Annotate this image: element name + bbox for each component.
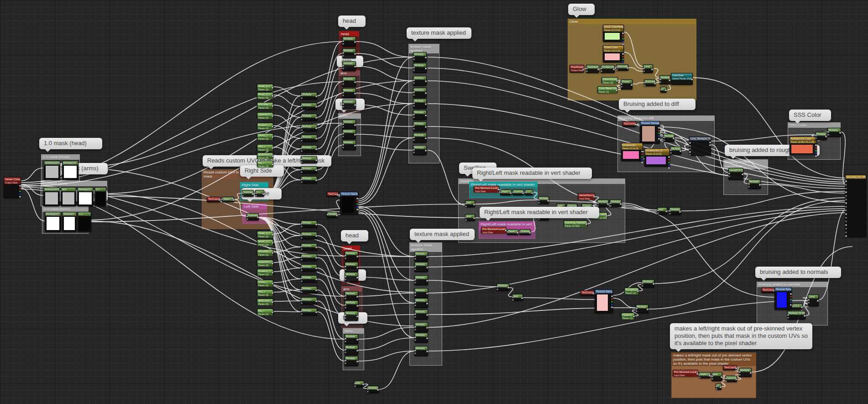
left-pin[interactable] [301,181,303,183]
left-pin[interactable] [642,285,643,287]
node-multiply[interactable]: Multiply [342,77,356,87]
left-pin[interactable] [342,123,344,125]
right-pin[interactable] [611,304,613,305]
left-pin[interactable] [342,147,344,148]
node-subtract[interactable]: Subtract [512,189,524,195]
right-pin[interactable] [613,68,615,70]
node-divide-100[interactable]: Divide(100) [601,65,615,73]
node-multiply[interactable]: Multiply [414,298,428,308]
left-pin[interactable] [301,150,303,152]
right-pin[interactable] [658,132,660,134]
left-pin[interactable] [413,58,415,60]
left-pin[interactable] [663,136,665,138]
node-upperarm-r[interactable]: upperarm_rParam (0) [257,112,273,119]
node-chest-l[interactable]: chest_lParam (0) [257,280,273,286]
comment-title[interactable]: 1.0 mask (head) [42,155,79,160]
left-pin[interactable] [301,171,303,173]
node-multiply[interactable]: Multiply [413,110,427,120]
node-append[interactable]: Append [725,376,737,382]
left-pin[interactable] [644,82,646,84]
left-pin[interactable] [345,315,346,316]
left-pin[interactable] [597,205,599,207]
left-pin[interactable] [345,266,346,268]
right-pin[interactable] [425,137,427,139]
right-pin[interactable] [426,280,428,282]
right-pin[interactable] [720,386,722,388]
node-multiply[interactable]: Multiply [345,251,358,261]
left-pin[interactable] [301,105,303,107]
left-pin[interactable] [354,385,356,387]
left-pin[interactable] [538,202,540,204]
right-pin[interactable] [641,153,643,155]
right-pin[interactable] [815,147,817,149]
right-pin[interactable] [817,300,819,302]
node-add[interactable]: add [512,294,523,301]
left-pin[interactable] [367,388,369,390]
right-pin[interactable] [19,188,21,189]
left-pin[interactable] [342,83,344,85]
left-pin[interactable] [301,147,303,149]
right-pin[interactable] [709,142,711,143]
comment-title[interactable]: 0.5 mask (arm) [41,181,107,186]
right-pin[interactable] [426,314,428,316]
right-pin[interactable] [522,192,524,194]
node-texcoord-0[interactable]: TexCoord[0] [207,197,220,202]
left-pin[interactable] [222,198,224,200]
right-pin[interactable] [354,145,356,147]
right-pin[interactable] [426,293,428,294]
left-pin[interactable] [246,218,248,220]
comment-title[interactable]: bruising added to normals [757,282,827,287]
right-pin[interactable] [315,179,317,181]
right-pin[interactable] [750,372,752,374]
right-pin[interactable] [356,256,358,257]
right-pin[interactable] [607,203,609,205]
right-pin[interactable] [637,290,639,292]
left-pin[interactable] [699,377,701,378]
left-pin[interactable] [660,89,662,90]
left-pin[interactable] [414,282,416,283]
right-pin[interactable] [825,136,827,137]
right-pin[interactable] [709,144,711,146]
node-multiply[interactable]: Multiply [301,156,317,163]
right-pin[interactable] [272,87,273,89]
left-pin[interactable] [413,149,415,151]
left-pin[interactable] [342,94,344,96]
left-pin[interactable] [689,151,691,153]
comment-title[interactable]: texture mask applied [410,243,442,252]
left-pin[interactable] [621,83,622,85]
right-pin[interactable] [622,58,624,60]
right-pin[interactable] [668,156,670,158]
left-pin[interactable] [413,79,415,81]
left-pin[interactable] [725,380,727,382]
left-pin[interactable] [301,137,303,139]
left-pin[interactable] [342,144,344,146]
left-pin[interactable] [808,299,810,301]
node-1-x[interactable]: 1-x [78,212,91,232]
left-pin[interactable] [414,329,416,331]
node-multiply[interactable]: Multiply [301,145,317,152]
left-pin[interactable] [845,199,847,200]
right-pin[interactable] [616,80,618,82]
left-pin[interactable] [342,80,344,82]
comment-title[interactable]: head [340,31,359,37]
node-multiply[interactable]: Multiply [414,346,428,356]
node-multiply[interactable]: Multiply [301,135,317,142]
node-1-x[interactable]: 1-x [94,187,106,206]
left-pin[interactable] [342,43,344,45]
right-pin[interactable] [425,115,427,116]
node-multiply[interactable]: Multiply [301,286,317,294]
right-pin[interactable] [790,301,792,303]
left-pin[interactable] [845,213,847,215]
right-pin[interactable] [633,315,635,317]
node-wounding-test-mat[interactable]: wounding_test_MAT [845,175,866,237]
node-multiply[interactable]: Multiply [345,262,358,272]
left-pin[interactable] [663,139,665,141]
left-pin[interactable] [657,210,659,211]
left-pin[interactable] [345,276,346,278]
left-pin[interactable] [342,126,344,128]
right-pin[interactable] [356,350,358,352]
node-multiply[interactable]: Multiply [342,120,356,130]
node-multiply[interactable]: Multiply [345,291,358,301]
node-multiply[interactable]: Multiply [301,254,317,261]
left-pin[interactable] [301,302,303,304]
